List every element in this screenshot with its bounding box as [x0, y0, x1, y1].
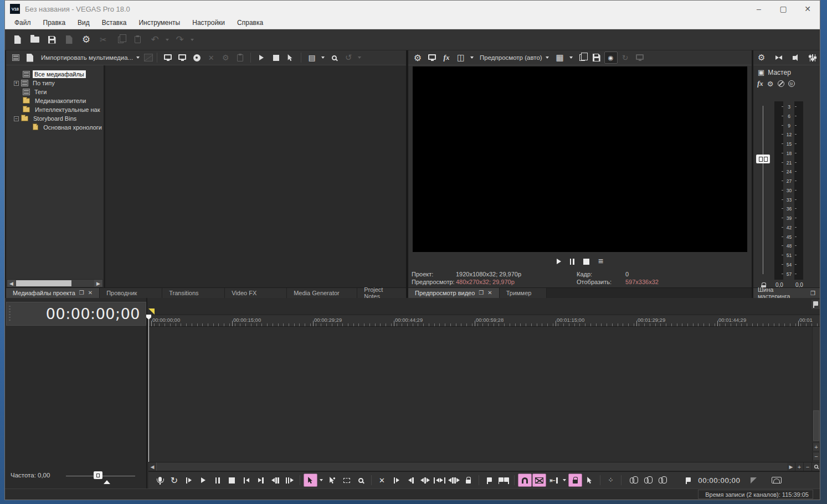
device-explorer-button[interactable]: [161, 52, 174, 64]
cut-button[interactable]: ✂: [95, 32, 111, 48]
collapse-icon[interactable]: −: [14, 116, 19, 121]
slide-button[interactable]: [447, 474, 461, 487]
tab-mastering-bus[interactable]: Шина мастеринга ❐: [753, 287, 820, 298]
undo-button[interactable]: ↶: [147, 32, 163, 48]
play-from-start-button[interactable]: [182, 474, 196, 487]
mute-icon[interactable]: [778, 80, 784, 87]
mixer-properties-button[interactable]: ⚙: [758, 53, 765, 63]
marker-tool-button[interactable]: [811, 300, 820, 309]
group-events-button[interactable]: ⁘: [604, 474, 618, 487]
import-media-button[interactable]: [23, 52, 37, 64]
split-screen-button[interactable]: ◫: [454, 52, 468, 64]
audio-device-button[interactable]: [793, 56, 799, 60]
stop-button[interactable]: [225, 474, 239, 487]
insert-bus-button[interactable]: [775, 55, 782, 60]
fx-icon[interactable]: fx: [757, 79, 763, 88]
float-window-icon[interactable]: ❐: [810, 290, 815, 296]
stream-link-button[interactable]: [625, 474, 639, 487]
go-to-end-button[interactable]: [254, 474, 268, 487]
external-monitor-button[interactable]: [425, 52, 439, 64]
envelope-tool-button[interactable]: [325, 474, 339, 487]
redo-button[interactable]: ↷: [172, 32, 188, 48]
scroll-right-icon[interactable]: ▶: [787, 462, 795, 471]
tree-item-smart-bins[interactable]: Интеллектуальные нак: [6, 105, 104, 114]
views-dropdown[interactable]: [320, 56, 326, 59]
close-button[interactable]: ✕: [795, 1, 820, 17]
close-icon[interactable]: ✕: [88, 290, 93, 296]
minimize-button[interactable]: –: [747, 1, 771, 17]
maximize-button[interactable]: ▢: [771, 1, 795, 17]
capture-video-button[interactable]: [176, 52, 189, 64]
preview-quality-dropdown[interactable]: Предпросмотр (авто): [476, 53, 552, 62]
copy-snapshot-button[interactable]: [576, 52, 589, 64]
master-bus-header[interactable]: ▣ Мастер: [758, 68, 791, 76]
tab-video-fx[interactable]: Video FX: [225, 288, 287, 298]
menu-options[interactable]: Настройки: [186, 17, 231, 29]
record-button[interactable]: [153, 474, 167, 487]
solo-icon[interactable]: S!: [788, 80, 795, 87]
toggle-preview-button[interactable]: ◉: [604, 52, 618, 64]
selection-tool-button[interactable]: [340, 474, 353, 487]
ignore-grouping-button[interactable]: [583, 474, 597, 487]
scroll-left-icon[interactable]: ◀: [7, 280, 16, 287]
paste-button[interactable]: [130, 32, 146, 48]
snap-toggle-button[interactable]: [518, 474, 532, 487]
auto-ripple-button[interactable]: ⇤: [547, 474, 561, 487]
gear-icon[interactable]: ⚙: [767, 80, 774, 88]
auto-crossfade-button[interactable]: [532, 474, 546, 487]
media-undo-dropdown[interactable]: [356, 56, 363, 59]
zoom-in-vertical-button[interactable]: +: [813, 443, 820, 451]
preview-device-button[interactable]: [633, 52, 646, 64]
hscroll-track[interactable]: [156, 462, 787, 471]
zoom-edit-tool-button[interactable]: [354, 474, 368, 487]
import-media-dropdown[interactable]: Импортировать мультимедиа...: [38, 53, 143, 62]
stream-sync-button[interactable]: [654, 474, 667, 487]
media-properties-button[interactable]: ⚙: [219, 52, 232, 64]
undo-dropdown[interactable]: [164, 39, 171, 41]
normal-edit-tool-button[interactable]: [304, 474, 317, 487]
zoom-out-button[interactable]: −: [803, 462, 811, 471]
tab-transitions[interactable]: Transitions: [162, 288, 225, 298]
timeline-vscrollbar[interactable]: + −: [812, 327, 820, 462]
transport-timecode[interactable]: 00:00:00;00: [698, 476, 740, 485]
tab-project-notes[interactable]: Project Notes: [357, 288, 406, 298]
float-window-icon[interactable]: ❐: [479, 290, 484, 296]
media-play-button[interactable]: [255, 52, 268, 64]
marker-pin-button[interactable]: [681, 474, 695, 487]
go-to-start-button[interactable]: [239, 474, 253, 487]
tree-item-main-timeline[interactable]: Основная хронологи: [6, 123, 104, 132]
tab-project-media[interactable]: Медиафайлы проекта ❐ ✕: [6, 288, 100, 298]
mixer-view-button[interactable]: [810, 54, 816, 61]
media-file-list[interactable]: [105, 65, 406, 287]
tree-item-tags[interactable]: Теги: [6, 88, 104, 96]
preview-settings-button[interactable]: ⚙: [411, 52, 424, 64]
scroll-thumb[interactable]: [16, 280, 71, 286]
next-frame-button[interactable]: [282, 474, 296, 487]
timecode-display[interactable]: 00:00:00;00: [6, 302, 146, 326]
remove-media-button[interactable]: ✕: [204, 52, 218, 64]
copy-button[interactable]: [112, 32, 129, 48]
tab-media-generator[interactable]: Media Generator: [287, 288, 357, 298]
expand-icon[interactable]: +: [14, 81, 19, 86]
render-as-button[interactable]: [61, 32, 77, 48]
timeline-canvas[interactable]: [148, 327, 812, 462]
pause-button[interactable]: [210, 474, 224, 487]
scroll-right-icon[interactable]: ▶: [94, 280, 102, 287]
timeline-hscrollbar[interactable]: ◀ ▶ + −: [148, 462, 820, 471]
open-button[interactable]: [27, 32, 43, 48]
media-stop-button[interactable]: [269, 52, 282, 64]
trim-adjacent-button[interactable]: [418, 474, 432, 487]
views-button[interactable]: ▤: [305, 52, 319, 64]
float-window-icon[interactable]: ❐: [79, 290, 84, 296]
zoom-tool-button[interactable]: [811, 462, 820, 471]
media-fx-button[interactable]: [233, 52, 246, 64]
playhead-cursor[interactable]: [148, 315, 149, 462]
loop-region-button[interactable]: ↻: [619, 52, 632, 64]
rate-reset-marker[interactable]: [104, 480, 110, 484]
insert-region-button[interactable]: [497, 474, 511, 487]
video-display[interactable]: [413, 66, 747, 252]
menu-file[interactable]: Файл: [8, 17, 37, 29]
overlays-button[interactable]: ▦: [553, 52, 567, 64]
menu-help[interactable]: Справка: [231, 17, 269, 29]
tab-video-preview[interactable]: Предпросмотр видео ❐ ✕: [408, 288, 500, 298]
